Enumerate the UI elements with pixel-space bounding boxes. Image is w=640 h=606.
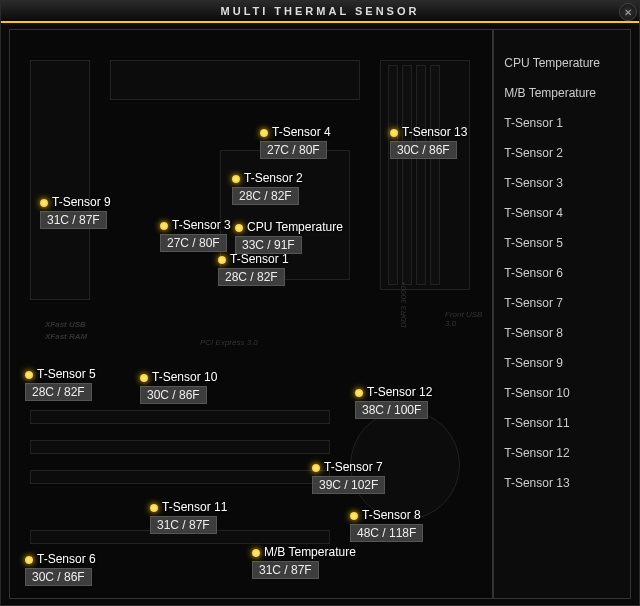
sensor-label: CPU Temperature bbox=[247, 220, 343, 234]
sensor-dot-icon bbox=[25, 556, 33, 564]
sensor-label: T-Sensor 2 bbox=[244, 171, 303, 185]
sensor-label: T-Sensor 7 bbox=[324, 460, 383, 474]
sensor-label: T-Sensor 6 bbox=[37, 552, 96, 566]
sensor-marker-t7[interactable]: T-Sensor 739C / 102F bbox=[312, 460, 385, 494]
xfast-usb-label: XFast USB bbox=[45, 320, 86, 329]
sensor-dot-icon bbox=[150, 504, 158, 512]
sensor-dot-icon bbox=[252, 549, 260, 557]
sensor-dot-icon bbox=[312, 464, 320, 472]
sidebar-item-11[interactable]: T-Sensor 10 bbox=[494, 378, 630, 408]
sensor-label: T-Sensor 10 bbox=[152, 370, 217, 384]
front-usb-label: Front USB 3.0 bbox=[445, 310, 492, 328]
sidebar-item-1[interactable]: M/B Temperature bbox=[494, 78, 630, 108]
sensor-dot-icon bbox=[160, 222, 168, 230]
sensor-marker-t9[interactable]: T-Sensor 931C / 87F bbox=[40, 195, 111, 229]
sensor-marker-t3[interactable]: T-Sensor 327C / 80F bbox=[160, 218, 231, 252]
sensor-label: T-Sensor 1 bbox=[230, 252, 289, 266]
sidebar-item-12[interactable]: T-Sensor 11 bbox=[494, 408, 630, 438]
sidebar-item-3[interactable]: T-Sensor 2 bbox=[494, 138, 630, 168]
close-icon: ✕ bbox=[624, 7, 632, 18]
close-button[interactable]: ✕ bbox=[619, 3, 637, 21]
sensor-reading: 27C / 80F bbox=[160, 234, 227, 252]
sidebar-item-0[interactable]: CPU Temperature bbox=[494, 48, 630, 78]
sensor-label: T-Sensor 9 bbox=[52, 195, 111, 209]
sensor-label: T-Sensor 11 bbox=[162, 500, 227, 514]
pci-label: PCI Express 3.0 bbox=[200, 338, 258, 347]
sensor-dot-icon bbox=[25, 371, 33, 379]
sensor-label: T-Sensor 8 bbox=[362, 508, 421, 522]
motherboard-view[interactable]: PCI Express 3.0 XFast USB XFast RAM Fron… bbox=[9, 29, 493, 599]
sensor-marker-t12[interactable]: T-Sensor 1238C / 100F bbox=[355, 385, 432, 419]
xfast-ram-label: XFast RAM bbox=[45, 332, 87, 341]
sensor-dot-icon bbox=[140, 374, 148, 382]
window-title: Multi Thermal Sensor bbox=[221, 5, 420, 17]
sensor-label: T-Sensor 13 bbox=[402, 125, 467, 139]
sensor-label: T-Sensor 4 bbox=[272, 125, 331, 139]
sensor-dot-icon bbox=[260, 129, 268, 137]
sidebar-item-2[interactable]: T-Sensor 1 bbox=[494, 108, 630, 138]
sidebar-item-4[interactable]: T-Sensor 3 bbox=[494, 168, 630, 198]
sensor-reading: 31C / 87F bbox=[252, 561, 319, 579]
sensor-reading: 38C / 100F bbox=[355, 401, 428, 419]
sensor-list: CPU TemperatureM/B TemperatureT-Sensor 1… bbox=[494, 48, 630, 498]
sensor-reading: 30C / 86F bbox=[140, 386, 207, 404]
sensor-marker-t2[interactable]: T-Sensor 228C / 82F bbox=[232, 171, 303, 205]
sensor-reading: 27C / 80F bbox=[260, 141, 327, 159]
sidebar-item-6[interactable]: T-Sensor 5 bbox=[494, 228, 630, 258]
sidebar-item-8[interactable]: T-Sensor 7 bbox=[494, 288, 630, 318]
content-area: PCI Express 3.0 XFast USB XFast RAM Fron… bbox=[1, 23, 639, 605]
sensor-dot-icon bbox=[40, 199, 48, 207]
sensor-marker-t4[interactable]: T-Sensor 427C / 80F bbox=[260, 125, 331, 159]
sensor-marker-t5[interactable]: T-Sensor 528C / 82F bbox=[25, 367, 96, 401]
sensor-marker-cpu[interactable]: CPU Temperature33C / 91F bbox=[235, 220, 343, 254]
sidebar-item-7[interactable]: T-Sensor 6 bbox=[494, 258, 630, 288]
sensor-dot-icon bbox=[390, 129, 398, 137]
sensor-marker-mb[interactable]: M/B Temperature31C / 87F bbox=[252, 545, 356, 579]
sensor-reading: 39C / 102F bbox=[312, 476, 385, 494]
sensor-label: T-Sensor 3 bbox=[172, 218, 231, 232]
sensor-label: M/B Temperature bbox=[264, 545, 356, 559]
sensor-reading: 48C / 118F bbox=[350, 524, 423, 542]
sidebar-item-14[interactable]: T-Sensor 13 bbox=[494, 468, 630, 498]
sidebar-item-9[interactable]: T-Sensor 8 bbox=[494, 318, 630, 348]
titlebar: Multi Thermal Sensor ✕ bbox=[1, 1, 639, 23]
sensor-marker-t10[interactable]: T-Sensor 1030C / 86F bbox=[140, 370, 217, 404]
sidebar-item-10[interactable]: T-Sensor 9 bbox=[494, 348, 630, 378]
app-window: Multi Thermal Sensor ✕ PCI Expre bbox=[0, 0, 640, 606]
sensor-reading: 28C / 82F bbox=[218, 268, 285, 286]
sensor-label: T-Sensor 12 bbox=[367, 385, 432, 399]
sensor-dot-icon bbox=[218, 256, 226, 264]
sensor-reading: 31C / 87F bbox=[40, 211, 107, 229]
sensor-marker-t13[interactable]: T-Sensor 1330C / 86F bbox=[390, 125, 467, 159]
ddr-label: DDR3 3000+ bbox=[399, 281, 408, 327]
sensor-dot-icon bbox=[355, 389, 363, 397]
sensor-list-sidebar: CPU TemperatureM/B TemperatureT-Sensor 1… bbox=[493, 29, 631, 599]
sensor-dot-icon bbox=[232, 175, 240, 183]
sidebar-item-5[interactable]: T-Sensor 4 bbox=[494, 198, 630, 228]
sensor-marker-t1[interactable]: T-Sensor 128C / 82F bbox=[218, 252, 289, 286]
sensor-reading: 30C / 86F bbox=[390, 141, 457, 159]
sensor-reading: 31C / 87F bbox=[150, 516, 217, 534]
sensor-dot-icon bbox=[350, 512, 358, 520]
sensor-label: T-Sensor 5 bbox=[37, 367, 96, 381]
sensor-marker-t6[interactable]: T-Sensor 630C / 86F bbox=[25, 552, 96, 586]
sensor-reading: 28C / 82F bbox=[25, 383, 92, 401]
sensor-marker-t8[interactable]: T-Sensor 848C / 118F bbox=[350, 508, 423, 542]
sensor-reading: 28C / 82F bbox=[232, 187, 299, 205]
sidebar-item-13[interactable]: T-Sensor 12 bbox=[494, 438, 630, 468]
sensor-dot-icon bbox=[235, 224, 243, 232]
sensor-reading: 30C / 86F bbox=[25, 568, 92, 586]
sensor-marker-t11[interactable]: T-Sensor 1131C / 87F bbox=[150, 500, 227, 534]
